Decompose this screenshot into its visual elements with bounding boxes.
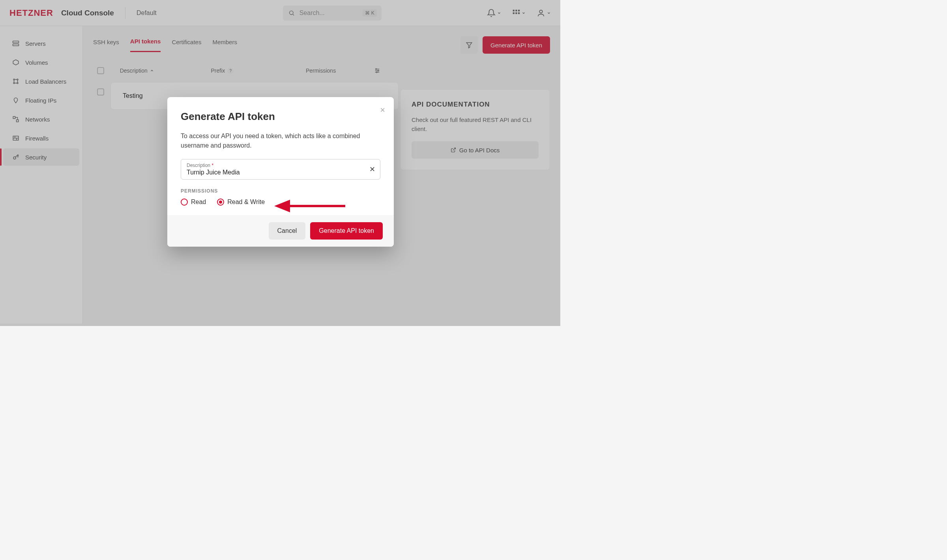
notifications-button[interactable] [487,9,501,17]
sidebar-item-label: Servers [25,40,46,47]
cancel-button[interactable]: Cancel [269,222,306,240]
clear-input-button[interactable]: ✕ [369,165,375,174]
app-name: Cloud Console [61,9,114,17]
permissions-label: PERMISSIONS [181,188,380,194]
search-input[interactable]: Search... ⌘ K [283,6,382,21]
bell-icon [487,9,496,17]
svg-point-0 [289,11,293,14]
svg-rect-10 [13,44,19,46]
col-permissions[interactable]: Permissions [306,67,374,74]
search-icon [288,9,296,17]
sidebar-item-security[interactable]: Security [3,148,79,166]
svg-point-14 [17,82,18,84]
sidebar: Servers Volumes Load Balancers Floating … [0,26,83,324]
apps-button[interactable] [512,9,526,17]
help-icon[interactable]: ? [227,67,234,74]
external-link-icon [451,147,456,153]
svg-point-28 [376,72,377,73]
col-description[interactable]: Description [120,67,211,74]
sidebar-item-servers[interactable]: Servers [3,35,79,52]
sidebar-item-label: Load Balancers [25,78,66,85]
floating-ip-icon [12,96,20,104]
row-checkbox[interactable] [97,88,104,96]
chevron-down-icon [497,11,501,15]
tab-ssh-keys[interactable]: SSH keys [93,39,119,52]
tabs: SSH keys API tokens Certificates Members… [93,36,550,54]
sidebar-item-volumes[interactable]: Volumes [3,54,79,71]
modal-title: Generate API token [181,111,380,123]
tab-certificates[interactable]: Certificates [172,39,201,52]
col-prefix-label: Prefix [211,67,225,74]
volume-icon [12,58,20,66]
close-icon: ✕ [369,165,375,173]
radio-read-write-label: Read & Write [227,199,265,206]
annotation-arrow [272,197,347,215]
tab-members[interactable]: Members [212,39,237,52]
svg-rect-2 [513,9,515,11]
svg-point-8 [539,10,542,13]
svg-rect-4 [518,9,520,11]
header: HETZNER Cloud Console Default Search... … [0,0,560,26]
col-description-label: Description [120,67,148,74]
doc-button-label: Go to API Docs [459,147,500,154]
generate-token-button[interactable]: Generate API token [483,36,550,54]
tab-api-tokens[interactable]: API tokens [130,38,161,52]
logo: HETZNER [9,8,53,18]
col-prefix[interactable]: Prefix ? [211,67,306,74]
sort-asc-icon [150,69,154,73]
network-icon [12,115,20,123]
radio-icon [217,199,224,206]
header-right [487,9,551,17]
user-icon [537,9,545,17]
table-settings-button[interactable] [374,67,380,74]
svg-point-26 [376,69,377,70]
field-label: Description * [187,163,374,168]
divider [125,7,125,19]
close-button[interactable]: × [380,105,385,115]
generate-token-modal: × Generate API token To access our API y… [167,97,394,247]
radio-read-write[interactable]: Read & Write [217,199,265,206]
close-icon: × [380,105,385,115]
sidebar-item-label: Floating IPs [25,97,56,104]
key-icon [12,153,20,161]
sidebar-item-firewalls[interactable]: Firewalls [3,129,79,147]
svg-point-13 [13,82,15,84]
modal-footer: Cancel Generate API token [167,215,394,247]
row-description: Testing [123,92,143,99]
svg-rect-15 [13,116,15,118]
table-header: Description Prefix ? Permissions [93,67,550,74]
project-selector[interactable]: Default [137,9,157,17]
svg-rect-9 [13,41,19,43]
doc-text: Check out our full featured REST API and… [412,116,539,133]
svg-rect-3 [515,9,517,11]
api-doc-card: API DOCUMENTATION Check out our full fea… [400,89,550,170]
search-shortcut: ⌘ K [363,9,376,17]
filter-button[interactable] [460,36,478,54]
chevron-down-icon [522,11,526,15]
radio-read-label: Read [191,199,206,206]
sidebar-item-networks[interactable]: Networks [3,111,79,128]
account-button[interactable] [537,9,551,17]
chevron-down-icon [547,11,551,15]
sliders-icon [374,67,380,74]
radio-read[interactable]: Read [181,199,206,206]
svg-rect-5 [513,12,515,14]
generate-button[interactable]: Generate API token [310,222,383,240]
sidebar-item-label: Volumes [25,59,48,66]
go-to-api-docs-button[interactable]: Go to API Docs [412,141,539,159]
radio-icon [181,199,188,206]
sidebar-item-floating-ips[interactable]: Floating IPs [3,92,79,109]
svg-line-29 [453,148,455,150]
svg-rect-16 [17,120,19,122]
firewall-icon [12,134,20,142]
svg-point-11 [13,79,15,80]
doc-title: API DOCUMENTATION [412,101,539,109]
svg-point-12 [17,79,18,80]
description-field[interactable]: Description * ✕ [181,159,380,180]
svg-point-27 [378,70,379,71]
description-input[interactable] [187,169,356,176]
svg-marker-31 [274,200,290,212]
select-all-checkbox[interactable] [97,67,104,74]
sidebar-item-label: Networks [25,116,50,123]
sidebar-item-load-balancers[interactable]: Load Balancers [3,73,79,90]
